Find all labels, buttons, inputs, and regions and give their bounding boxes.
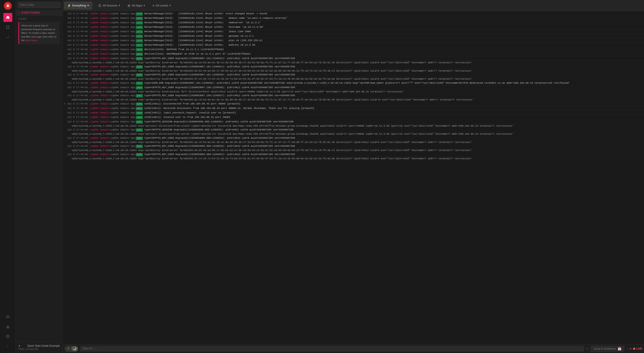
table-row[interactable]: Jul 8 17:44:02 LogDNA Sample LogDNA Samp… [63, 47, 644, 52]
log-timestamp: Jul 8 17:44:02 [67, 153, 88, 156]
log-app: LogDNA Sample App [110, 120, 135, 124]
chevron-icon: ▼ [143, 4, 145, 7]
table-row[interactable]: Jul 8 17:44:02 LogDNA Sample LogDNA Samp… [63, 43, 644, 47]
log-message: type=CRYPTO_KEY_USER msg=audit(153995306… [144, 94, 642, 97]
table-row[interactable]: Jul 8 17:44:02 LogDNA Sample LogDNA Samp… [63, 65, 644, 69]
table-row[interactable]: Jul 8 17:44:02 LogDNA Sample LogDNA Samp… [63, 25, 644, 29]
table-row[interactable]: Jul 8 17:44:02 LogDNA Sample LogDNA Samp… [63, 115, 644, 120]
log-content[interactable]: Jul 8 17:44:02 LogDNA Sample LogDNA Samp… [63, 11, 644, 344]
table-row[interactable]: Jul 8 17:44:02 LogDNA Sample LogDNA Samp… [63, 152, 644, 157]
theme-toggle[interactable]: ☀ 🌙 [64, 346, 78, 352]
everything-nav-item[interactable]: ⚡ EVERYTHING [16, 10, 62, 16]
log-app: LogDNA Sample App [110, 144, 135, 148]
log-app: LogDNA Sample App [110, 34, 135, 38]
quick-start-header[interactable]: ▼ Quick Start Guide Example [18, 344, 60, 348]
table-row[interactable]: Jul 8 17:44:02 LogDNA Sample LogDNA Samp… [63, 136, 644, 140]
log-source: LogDNA Sample [90, 136, 109, 140]
log-source: LogDNA Sample [90, 52, 109, 56]
table-row[interactable]: Jul 8 17:44:02 LogDNA Sample LogDNA Samp… [63, 106, 644, 111]
log-source: LogDNA Sample [90, 115, 109, 119]
sun-icon: ☀ [65, 346, 72, 351]
log-level: INFO [136, 73, 143, 77]
log-source: LogDNA Sample [90, 128, 109, 132]
log-level: INFO [136, 128, 143, 132]
log-app: LogDNA Sample App [110, 30, 135, 33]
log-message: type=USER_ERR msg=audit(1539953067.161:1… [144, 81, 642, 85]
log-timestamp: Jul 8 17:44:02 [67, 39, 88, 42]
log-continuation: subj=system_u:system_r:sshd_t:s0-s0:c0.c… [63, 77, 644, 81]
sidebar-item-warning[interactable] [3, 322, 12, 331]
main-content: ⚡ Everything ▼ ☰ All Sources ▼ ⊞ All App… [63, 0, 644, 353]
log-source: LogDNA Sample [90, 34, 109, 38]
log-continuation: subj=system_u:system_r:sshd_t:s0-s0:c0.c… [63, 124, 644, 128]
log-timestamp: Jul 8 17:44:02 [67, 73, 88, 77]
sidebar-item-activity[interactable] [3, 33, 12, 42]
sources-icon: ☰ [98, 4, 101, 7]
all-levels-label: All Levels [156, 4, 168, 7]
quick-start-title: Quick Start Guide Example [27, 344, 60, 348]
sidebar-item-settings[interactable] [3, 332, 12, 341]
search-info-icon[interactable]: ⓘ [586, 347, 589, 351]
table-row[interactable]: Jul 8 17:44:02 LogDNA Sample LogDNA Samp… [63, 12, 644, 16]
table-row[interactable]: Jul 8 17:44:02 LogDNA Sample LogDNA Samp… [63, 20, 644, 25]
download-icon[interactable]: ↓ [626, 347, 628, 351]
table-row[interactable]: Jul 8 17:44:02 LogDNA Sample LogDNA Samp… [63, 128, 644, 132]
log-source: LogDNA Sample [90, 111, 109, 115]
log-timestamp: Jul 8 17:44:02 [67, 57, 88, 60]
table-row[interactable]: Jul 8 17:44:02 LogDNA Sample LogDNA Samp… [63, 85, 644, 90]
view-menu-link[interactable]: view menu. [25, 39, 38, 42]
table-row[interactable]: Jul 8 17:44:02 LogDNA Sample LogDNA Samp… [63, 111, 644, 115]
log-continuation: subj=system_u:system_r:sshd_t:s0-s0:c0.c… [63, 61, 644, 65]
log-app: LogDNA Sample App [110, 52, 135, 56]
log-message: type=CRYPTO_KEY_USER msg=audit(153995306… [144, 73, 642, 77]
table-row[interactable]: Jul 8 17:44:02 LogDNA Sample LogDNA Samp… [63, 52, 644, 56]
table-row[interactable]: Jul 8 17:44:02 LogDNA Sample LogDNA Samp… [63, 93, 644, 98]
log-message: NetworkManager[523]: [1539953183.2144] d… [144, 39, 642, 42]
settings-icon[interactable]: ⚙ [630, 347, 631, 351]
jump-to-timeframe-button[interactable]: Jump to timeframe 📅 [591, 346, 624, 352]
log-timestamp: Jul 8 17:44:02 [67, 65, 88, 69]
log-level: INFO [136, 48, 143, 51]
sidebar-item-eye[interactable] [3, 312, 12, 321]
sidebar-item-layout[interactable] [3, 23, 12, 32]
live-label: LIVE [636, 347, 642, 350]
find-view-input[interactable] [18, 2, 61, 8]
log-level: info [136, 12, 143, 16]
all-levels-button[interactable]: ≡ All Levels ▼ [149, 1, 174, 10]
log-app: LogDNA Sample App [110, 73, 135, 77]
table-row[interactable]: Jul 8 17:44:02 LogDNA Sample LogDNA Samp… [63, 102, 644, 106]
table-row[interactable]: Jul 8 17:44:02 LogDNA Sample LogDNA Samp… [63, 29, 644, 34]
log-level: INFO [136, 65, 143, 69]
log-source: LogDNA Sample [90, 25, 109, 29]
sidebar-item-collapse[interactable] [3, 342, 12, 351]
logo-icon[interactable] [4, 2, 12, 10]
log-app: LogDNA Sample App [110, 57, 135, 60]
table-row[interactable]: Jul 8 17:44:02 LogDNA Sample LogDNA Samp… [63, 38, 644, 43]
table-row[interactable]: Jul 8 17:44:02 LogDNA Sample LogDNA Samp… [63, 56, 644, 61]
everything-button[interactable]: ⚡ Everything ▼ [64, 1, 92, 10]
log-continuation: subj=system_u:system_r:sshd_t:s0-s0:c0.c… [63, 140, 644, 144]
table-row[interactable]: Jul 8 17:44:02 LogDNA Sample LogDNA Samp… [63, 120, 644, 124]
calendar-icon: 📅 [618, 347, 622, 351]
table-row[interactable]: Jul 8 17:44:02 LogDNA Sample LogDNA Samp… [63, 34, 644, 38]
views-hint: Views are a great way to bookmark freque… [18, 22, 60, 44]
log-timestamp: Jul 8 17:44:02 [67, 52, 88, 56]
log-timestamp: Jul 8 17:44:02 [67, 136, 88, 140]
levels-icon: ≡ [152, 4, 154, 7]
log-timestamp: Jul 8 17:44:02 [67, 34, 88, 38]
table-row[interactable]: Jul 8 17:44:02 LogDNA Sample LogDNA Samp… [63, 73, 644, 77]
search-input[interactable] [80, 346, 584, 352]
jump-label: Jump to timeframe [594, 347, 616, 350]
chevron-icon: ▼ [118, 4, 120, 7]
log-source: LogDNA Sample [90, 73, 109, 77]
all-apps-button[interactable]: ⊞ All Apps ▼ [124, 1, 148, 10]
table-row[interactable]: Jul 8 17:44:02 LogDNA Sample LogDNA Samp… [63, 144, 644, 149]
chevron-icon: ▼ [169, 4, 171, 7]
log-app: LogDNA Sample App [110, 25, 135, 29]
live-badge[interactable]: LIVE [633, 347, 642, 350]
table-row[interactable]: Jul 8 17:44:02 LogDNA Sample LogDNA Samp… [63, 16, 644, 20]
sidebar-item-home[interactable] [3, 13, 12, 22]
table-row[interactable]: Jul 8 17:44:02 LogDNA Sample LogDNA Samp… [63, 81, 644, 85]
all-sources-button[interactable]: ☰ All Sources ▼ [95, 1, 124, 10]
log-source: LogDNA Sample [90, 12, 109, 16]
